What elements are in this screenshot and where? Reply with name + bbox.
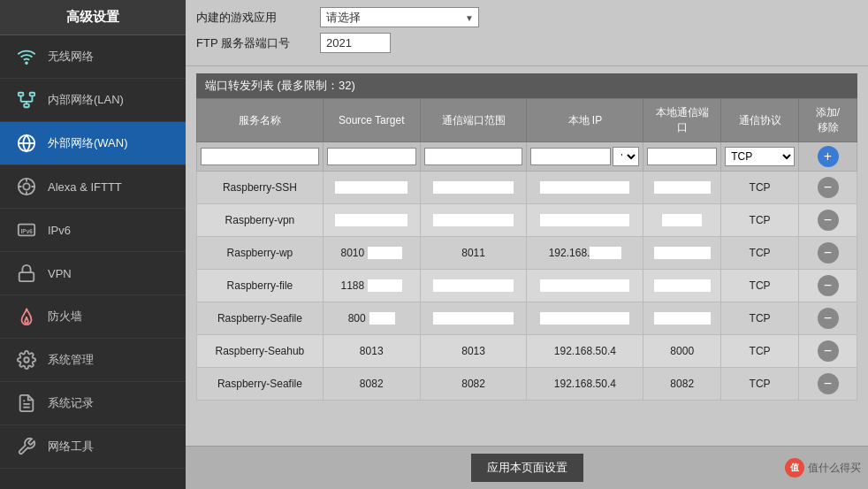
row-comm: 8082 [420, 368, 527, 401]
sidebar-item-vpn[interactable]: VPN [0, 252, 186, 295]
sidebar-label-alexa: Alexa & IFTTT [48, 180, 122, 194]
redacted-port [654, 312, 711, 325]
sidebar-item-lan[interactable]: 内部网络(LAN) [0, 79, 186, 122]
row-source: 1188 [323, 270, 420, 302]
sidebar-item-sysadmin[interactable]: 系统管理 [0, 339, 186, 382]
row-source: 8010 [323, 237, 420, 270]
redacted-comm [433, 279, 514, 292]
input-comm[interactable] [424, 148, 523, 165]
remove-button[interactable]: − [818, 210, 839, 231]
row-source: 8013 [323, 335, 420, 368]
sidebar-label-vpn: VPN [48, 267, 72, 280]
row-port [643, 270, 721, 302]
table-row: Raspberry-wp 8010 8011 192.168. TCP − [197, 237, 857, 270]
redacted-ip [590, 247, 621, 259]
row-comm [420, 302, 527, 335]
row-ip: 192.168.50.4 [527, 335, 643, 368]
row-ip: 192.168. [527, 237, 643, 270]
sidebar-item-firewall[interactable]: 防火墙 [0, 295, 186, 339]
row-port [643, 172, 721, 204]
input-ip-cell: ▼ [527, 142, 643, 172]
watermark: 值 值什么得买 [785, 458, 861, 478]
ftp-input[interactable]: 2021 [320, 33, 391, 53]
input-source-cell [323, 142, 420, 172]
redacted-ip [540, 181, 629, 194]
input-ip-select[interactable]: ▼ [613, 147, 639, 166]
row-proto: TCP [721, 302, 799, 335]
input-local-port[interactable] [647, 148, 717, 165]
vpn-icon [14, 261, 39, 286]
add-button[interactable]: + [818, 146, 839, 167]
row-name: Raspberry-wp [197, 237, 324, 270]
th-local-port: 本地通信端口 [643, 99, 721, 142]
redacted-port [654, 181, 711, 194]
svg-rect-3 [24, 104, 29, 108]
app-row: 内建的游戏应用 请选择 [196, 7, 857, 27]
row-comm [420, 270, 527, 302]
row-proto: TCP [721, 270, 799, 302]
th-protocol: 通信协议 [721, 99, 799, 142]
input-protocol-select[interactable]: TCP UDP TCP/UDP [725, 147, 795, 166]
bottom-bar: 应用本页面设置 值 值什么得买 [186, 446, 868, 489]
sidebar-item-wan[interactable]: 外部网络(WAN) [0, 122, 186, 165]
svg-rect-14 [19, 272, 34, 281]
input-add-cell: + [799, 142, 857, 172]
sidebar-label-syslog: 系统记录 [48, 395, 94, 411]
input-local-ip[interactable] [530, 148, 611, 165]
gear-icon [14, 348, 39, 372]
input-source[interactable] [327, 148, 416, 165]
remove-button[interactable]: − [818, 177, 839, 198]
lan-icon [14, 88, 39, 112]
svg-rect-1 [19, 93, 24, 96]
remove-button[interactable]: − [818, 242, 839, 264]
redacted-source [335, 214, 407, 226]
sidebar-item-alexa[interactable]: Alexa & IFTTT [0, 165, 186, 209]
sidebar-item-syslog[interactable]: 系统记录 [0, 382, 186, 425]
sidebar-label-firewall: 防火墙 [48, 309, 82, 325]
redacted-source [335, 181, 407, 194]
row-proto: TCP [721, 237, 799, 270]
sidebar-item-ipv6[interactable]: IPv6 IPv6 [0, 209, 186, 252]
remove-button[interactable]: − [818, 373, 839, 394]
remove-button[interactable]: − [818, 275, 839, 296]
table-row: Raspberry-vpn TCP − [197, 204, 857, 237]
sidebar-item-wireless[interactable]: 无线网络 [0, 35, 186, 79]
input-comm-cell [420, 142, 527, 172]
row-action: − [799, 368, 857, 401]
top-section: 内建的游戏应用 请选择 FTP 服务器端口号 2021 [186, 0, 868, 66]
sidebar-header: 高级设置 [0, 0, 186, 35]
watermark-icon: 值 [785, 458, 804, 478]
main-content: 内建的游戏应用 请选择 FTP 服务器端口号 2021 端口转发列表 (最多限制… [186, 0, 868, 489]
row-action: − [799, 302, 857, 335]
row-action: − [799, 237, 857, 270]
ipv6-icon: IPv6 [14, 218, 39, 242]
row-comm [420, 172, 527, 204]
th-local-ip: 本地 IP [527, 99, 643, 142]
input-name[interactable] [201, 148, 319, 165]
svg-point-15 [24, 357, 29, 363]
row-proto: TCP [721, 335, 799, 368]
row-port [643, 204, 721, 237]
app-select[interactable]: 请选择 [320, 7, 479, 27]
row-proto: TCP [721, 204, 799, 237]
row-comm [420, 204, 527, 237]
fire-icon [14, 304, 39, 329]
th-source-target: Source Target [323, 99, 420, 142]
redacted-source [368, 247, 402, 259]
row-source [323, 172, 420, 204]
redacted-source [368, 279, 402, 292]
row-port [643, 302, 721, 335]
redacted-port [654, 247, 711, 259]
row-comm: 8011 [420, 237, 527, 270]
row-port: 8082 [643, 368, 721, 401]
apply-button[interactable]: 应用本页面设置 [471, 454, 583, 482]
row-name: Raspberry-Seahub [197, 335, 324, 368]
remove-button[interactable]: − [818, 340, 839, 362]
sidebar-item-tools[interactable]: 网络工具 [0, 425, 186, 469]
ftp-label: FTP 服务器端口号 [196, 35, 311, 51]
table-row: Raspberry-Seafile 800 TCP − [197, 302, 857, 335]
app-label: 内建的游戏应用 [196, 10, 311, 26]
remove-button[interactable]: − [818, 308, 839, 329]
redacted-ip [540, 312, 629, 325]
row-ip: 192.168.50.4 [527, 368, 643, 401]
